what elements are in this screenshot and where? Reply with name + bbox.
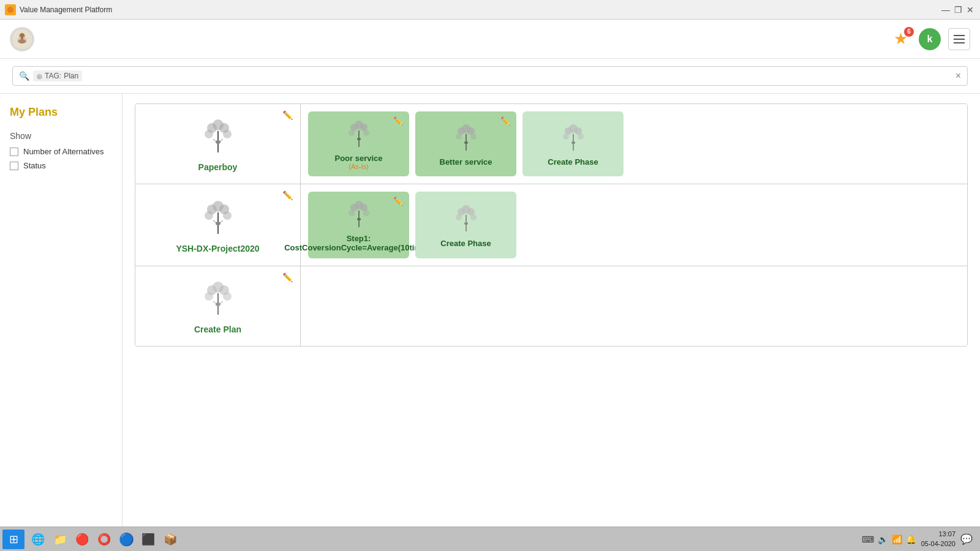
clock: 13:07 [921,530,956,539]
taskbar-right: ⌨ 🔊 📶 🔔 13:07 05-04-2020 💬 [862,530,978,549]
app-logo[interactable] [10,27,34,51]
edit-icon-better-service[interactable]: ✏️ [500,116,510,126]
svg-line-14 [213,139,216,141]
poor-service-label: Poor service [334,154,382,163]
plan-icon-create [197,278,239,321]
notification-icon[interactable]: 🔔 [906,534,916,544]
taskbar-edge-icon[interactable]: 🌐 [28,530,48,549]
hamburger-menu-button[interactable] [948,28,970,50]
svg-point-50 [349,210,355,216]
status-label: Status [23,161,46,170]
create-plan-label: Create Plan [194,324,241,334]
create-phase-button-1[interactable]: Create Phase [522,111,624,176]
plan-icon-ysh [197,197,239,240]
svg-point-51 [363,210,369,216]
poor-service-sublabel: (As-Is) [349,163,368,170]
filter-status[interactable]: Status [10,161,112,170]
create-phase-icon-1 [556,121,590,155]
show-label: Show [10,131,112,141]
create-phase-label-1: Create Phase [548,157,598,167]
alternatives-label: Number of Alternatives [23,147,104,156]
svg-point-57 [456,214,462,220]
tag-circle-icon: ◎ [37,73,42,80]
app-icon [5,4,16,15]
svg-point-66 [216,302,221,306]
plan-row-ysh: ✏️ [135,184,967,266]
create-phase-icon-2 [449,203,483,236]
svg-point-27 [456,133,462,140]
edit-icon-poor-service[interactable]: ✏️ [393,116,403,126]
phase-poor-service[interactable]: ✏️ [308,111,409,176]
phase-better-service[interactable]: ✏️ [415,111,516,176]
favorites-badge[interactable]: ★ 6 [889,28,911,50]
taskbar-chrome-icon[interactable]: 🔵 [116,530,136,549]
create-plan-button[interactable]: ✏️ [135,266,301,346]
svg-point-28 [470,133,477,140]
plans-grid: ✏️ [135,103,968,347]
edit-icon-create-plan[interactable]: ✏️ [282,272,293,282]
svg-point-29 [464,141,468,144]
taskbar-explorer-icon[interactable]: 📁 [50,530,70,549]
menu-line-2 [954,39,965,40]
svg-point-12 [223,130,232,138]
taskbar-vmp-icon[interactable]: 📦 [160,530,180,549]
app-header: ★ 6 k [0,20,980,59]
plan-icon-paperboy [197,116,239,159]
plans-area: ✏️ [123,94,980,551]
svg-point-13 [216,140,221,144]
taskbar-time: 13:07 05-04-2020 [921,530,956,549]
favorites-count: 6 [904,27,914,37]
menu-line-1 [954,35,965,36]
search-input-wrapper[interactable]: 🔍 ◎ TAG: Plan × [12,66,968,86]
svg-point-11 [205,130,213,138]
plan-card-paperboy[interactable]: ✏️ [135,104,301,184]
title-bar: Value Management Platform — ❐ ✕ [0,0,980,20]
phase-step1[interactable]: ✏️ [308,192,409,258]
status-checkbox[interactable] [10,162,18,170]
taskbar-opera-icon[interactable]: ⭕ [94,530,114,549]
filter-alternatives[interactable]: Number of Alternatives [10,147,112,156]
search-input[interactable] [86,72,956,81]
plan-row-create: ✏️ [135,266,967,346]
plan-row-paperboy: ✏️ [135,104,967,184]
phase-icon-step1 [342,198,375,231]
svg-line-45 [220,220,223,223]
taskbar: ⊞ 🌐 📁 🔴 ⭕ 🔵 ⬛ 📦 ⌨ 🔊 📶 🔔 13:07 05-04-2020… [0,527,980,551]
svg-point-59 [464,222,468,225]
plan-card-ysh[interactable]: ✏️ [135,184,301,266]
header-right: ★ 6 k [889,28,970,50]
taskbar-app3-icon[interactable]: 🔴 [72,530,92,549]
svg-point-22 [357,138,361,140]
svg-point-41 [205,211,213,220]
taskbar-icons: 🌐 📁 🔴 ⭕ 🔵 ⬛ 📦 [28,530,180,549]
svg-point-52 [357,218,361,220]
restore-button[interactable]: ❐ [953,5,963,15]
menu-line-3 [954,42,965,43]
edit-icon-paperboy[interactable]: ✏️ [282,110,293,120]
taskbar-terminal-icon[interactable]: ⬛ [138,530,158,549]
content-wrapper: 🔍 ◎ TAG: Plan × My Plans Show Number of … [0,59,980,551]
edit-icon-step1[interactable]: ✏️ [393,197,403,206]
phase-icon-better-service [449,121,483,155]
tag-filter-pill[interactable]: ◎ TAG: Plan [33,70,82,81]
start-button[interactable]: ⊞ [2,530,24,549]
minimize-button[interactable]: — [941,5,951,15]
action-center-icon[interactable]: 💬 [960,533,973,545]
search-icon: 🔍 [19,71,29,81]
svg-point-42 [223,211,232,220]
title-bar-text: Value Management Platform [20,6,941,14]
close-button[interactable]: ✕ [965,5,975,15]
title-bar-buttons: — ❐ ✕ [941,5,975,15]
search-clear-button[interactable]: × [956,70,961,81]
svg-point-43 [216,222,221,225]
user-avatar[interactable]: k [919,28,941,50]
edit-icon-ysh[interactable]: ✏️ [282,190,293,200]
svg-point-65 [223,292,232,301]
plan-paperboy-label: Paperboy [198,162,238,172]
alternatives-checkbox[interactable] [10,148,18,156]
create-phase-button-2[interactable]: Create Phase [415,192,516,258]
create-phase-label-2: Create Phase [440,239,491,248]
svg-point-21 [363,130,369,136]
sys-icon-3: 📶 [892,534,902,544]
tag-value: Plan [64,72,78,80]
